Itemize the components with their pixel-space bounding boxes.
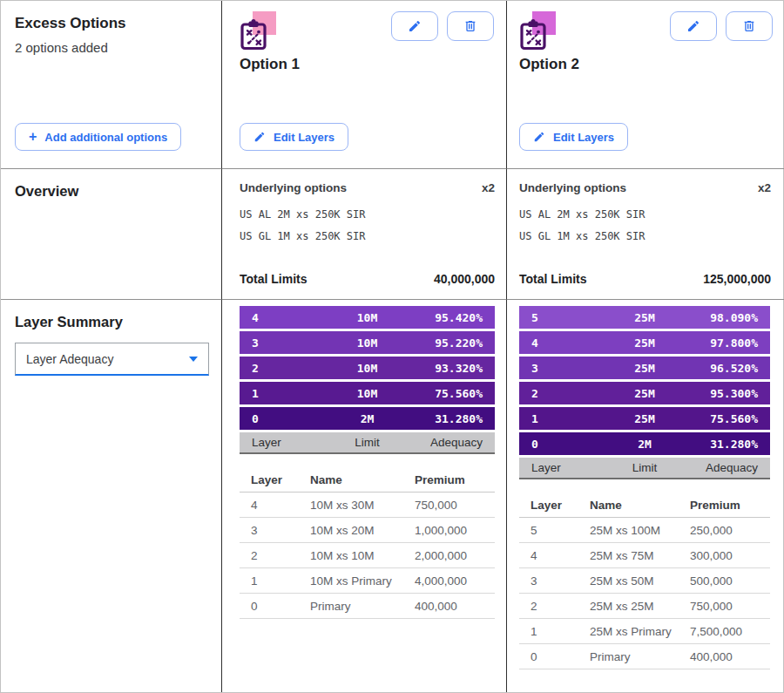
total-limits-label: Total Limits xyxy=(519,272,587,286)
layer-bar: 1 25M 75.560% xyxy=(519,407,770,430)
table-row: 2 25M xs 25M 750,000 xyxy=(519,594,770,619)
option-title: Option 1 xyxy=(240,56,494,73)
bar-layer: 0 xyxy=(252,412,328,425)
col-premium: Premium xyxy=(415,473,495,486)
layer-bar: 5 25M 98.090% xyxy=(519,306,770,329)
layer-bar: 3 10M 95.220% xyxy=(240,331,495,354)
bar-layer: 3 xyxy=(531,362,607,375)
layer-bar: 2 25M 95.300% xyxy=(519,382,770,404)
underlying-option-item: US AL 2M xs 250K SIR xyxy=(519,204,771,226)
underlying-option-item: US AL 2M xs 250K SIR xyxy=(240,204,495,226)
legend-limit: Limit xyxy=(607,461,683,474)
delete-option-button[interactable] xyxy=(447,11,494,41)
cell-layer: 0 xyxy=(531,650,590,663)
bar-layer: 2 xyxy=(252,362,328,375)
edit-layers-button[interactable]: Edit Layers xyxy=(240,123,348,151)
layer-bar: 1 10M 75.560% xyxy=(240,382,495,404)
premium-table-header: Layer Name Premium xyxy=(519,493,770,518)
panel-header-cell: Excess Options 2 options added + Add add… xyxy=(1,1,221,168)
table-row: 3 10M xs 20M 1,000,000 xyxy=(240,518,495,543)
legend-adequacy: Adequacy xyxy=(406,436,483,449)
underlying-option-item: US GL 1M xs 250K SIR xyxy=(519,226,771,248)
bar-limit: 25M xyxy=(607,412,683,425)
trash-icon xyxy=(463,19,477,33)
cell-premium: 300,000 xyxy=(690,549,770,562)
bar-limit: 25M xyxy=(607,311,683,324)
total-limits-value: 40,000,000 xyxy=(434,272,495,286)
total-limits-label: Total Limits xyxy=(240,272,308,286)
bar-layer: 0 xyxy=(531,438,607,451)
clipboard-glyph xyxy=(519,18,547,51)
table-row: 5 25M xs 100M 250,000 xyxy=(519,518,770,543)
col-layer: Layer xyxy=(251,473,310,486)
clipboard-glyph xyxy=(240,18,267,51)
bar-adequacy: 93.320% xyxy=(406,362,483,375)
bar-adequacy: 97.800% xyxy=(682,336,758,350)
underlying-option-item: US GL 1M xs 250K SIR xyxy=(240,226,495,248)
overview-heading-cell: Overview xyxy=(1,168,221,299)
cell-layer: 3 xyxy=(531,574,590,588)
cell-premium: 7,500,000 xyxy=(690,625,770,638)
cell-layer: 4 xyxy=(251,499,310,512)
cell-layer: 3 xyxy=(251,524,310,537)
cell-name: 10M xs 30M xyxy=(310,499,415,512)
layer-adequacy-chart: 5 25M 98.090% 4 25M 97.800% 3 25M 96.520… xyxy=(519,306,770,479)
bar-limit: 10M xyxy=(328,336,405,350)
bar-adequacy: 31.280% xyxy=(406,412,483,425)
layer-bar: 3 25M 96.520% xyxy=(519,357,770,379)
layer-bar: 0 2M 31.280% xyxy=(240,407,495,430)
bar-limit: 25M xyxy=(607,362,683,375)
cell-premium: 750,000 xyxy=(690,600,770,613)
table-row: 3 25M xs 50M 500,000 xyxy=(519,568,770,594)
option-1-overview-cell: Underlying options x2 US AL 2M xs 250K S… xyxy=(221,168,506,299)
cell-layer: 2 xyxy=(531,600,590,613)
bar-adequacy: 75.560% xyxy=(406,387,483,400)
bar-layer: 4 xyxy=(252,311,328,324)
strategy-clipboard-icon xyxy=(240,11,276,51)
bar-limit: 10M xyxy=(328,311,405,324)
edit-option-button[interactable] xyxy=(670,11,717,41)
pencil-icon xyxy=(408,19,422,33)
cell-name: 25M xs 50M xyxy=(590,574,690,588)
premium-table: Layer Name Premium 4 10M xs 30M 750,000 … xyxy=(240,467,495,619)
table-row: 1 10M xs Primary 4,000,000 xyxy=(240,568,495,594)
layer-bar: 4 10M 95.420% xyxy=(240,306,495,329)
option-1-layers-cell: 4 10M 95.420% 3 10M 95.220% 2 10M 93.320… xyxy=(221,299,506,692)
layer-metric-select[interactable]: Layer Adequacy xyxy=(15,343,209,376)
cell-name: Primary xyxy=(590,650,690,663)
cell-layer: 1 xyxy=(531,625,590,638)
plus-icon: + xyxy=(29,130,37,144)
cell-layer: 2 xyxy=(251,549,310,562)
bar-adequacy: 98.090% xyxy=(682,311,758,324)
bar-limit: 2M xyxy=(328,412,405,425)
cell-layer: 4 xyxy=(531,549,590,562)
pencil-icon xyxy=(253,131,266,143)
edit-layers-button[interactable]: Edit Layers xyxy=(519,123,628,151)
legend-adequacy: Adequacy xyxy=(682,461,758,474)
premium-table: Layer Name Premium 5 25M xs 100M 250,000… xyxy=(519,493,770,669)
cell-layer: 1 xyxy=(251,574,310,588)
add-additional-options-button[interactable]: + Add additional options xyxy=(15,123,181,151)
table-row: 0 Primary 400,000 xyxy=(240,594,495,619)
cell-premium: 500,000 xyxy=(690,574,770,588)
col-name: Name xyxy=(590,499,690,512)
add-additional-options-label: Add additional options xyxy=(44,131,167,144)
cell-layer: 0 xyxy=(251,600,310,613)
option-2-header-cell: Option 2 Edit Layers xyxy=(506,1,784,168)
edit-option-button[interactable] xyxy=(391,11,438,41)
bar-limit: 2M xyxy=(607,438,683,451)
premium-table-header: Layer Name Premium xyxy=(240,467,495,493)
bar-adequacy: 31.280% xyxy=(682,438,758,451)
cell-name: 10M xs Primary xyxy=(310,574,415,588)
cell-name: 25M xs Primary xyxy=(590,625,690,638)
cell-premium: 750,000 xyxy=(415,499,495,512)
layer-bar: 2 10M 93.320% xyxy=(240,357,495,379)
bar-layer: 5 xyxy=(531,311,607,324)
bar-adequacy: 75.560% xyxy=(682,412,758,425)
option-2-layers-cell: 5 25M 98.090% 4 25M 97.800% 3 25M 96.520… xyxy=(506,299,784,692)
bar-layer: 4 xyxy=(531,336,607,350)
cell-premium: 2,000,000 xyxy=(415,549,495,562)
excess-options-panel: Excess Options 2 options added + Add add… xyxy=(0,0,784,693)
bar-layer: 1 xyxy=(252,387,328,400)
delete-option-button[interactable] xyxy=(726,11,773,41)
